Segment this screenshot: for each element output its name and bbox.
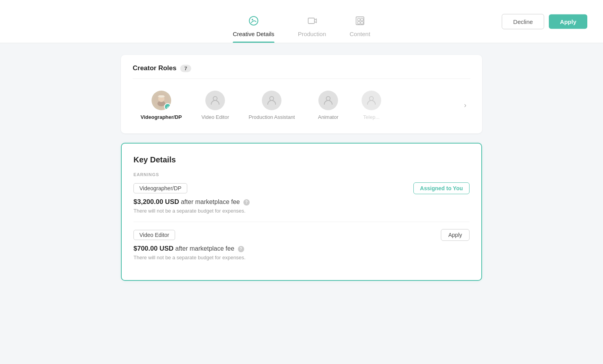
svg-rect-12 (159, 95, 164, 97)
role-item-video-editor[interactable]: Video Editor (190, 87, 241, 124)
creator-roles-title: Creator Roles (133, 64, 176, 72)
role-label-teleprompter: Telep... (363, 114, 380, 120)
earnings-amount-videographer: $3,200.00 USD after marketplace fee ? (133, 198, 470, 206)
role-label-production-assistant: Production Assistant (249, 114, 295, 120)
apply-top-button[interactable]: Apply (549, 14, 587, 29)
tab-creative-details[interactable]: Creative Details (233, 16, 274, 43)
expense-note-videographer: There will not be a separate budget for … (133, 208, 470, 214)
apply-video-editor-button[interactable]: Apply (441, 229, 470, 241)
svg-rect-2 (308, 18, 314, 24)
svg-point-16 (369, 96, 373, 100)
role-item-production-assistant[interactable]: Production Assistant (241, 87, 303, 124)
divider (133, 222, 470, 222)
top-bar: Creative Details Production (0, 0, 603, 43)
svg-point-1 (252, 19, 253, 20)
role-item-videographer[interactable]: ✓ Videographer/DP (133, 87, 190, 124)
assigned-check-badge: ✓ (164, 103, 171, 110)
svg-point-15 (326, 96, 330, 100)
key-details-card: Key Details EARNINGS Videographer/DP Ass… (121, 143, 482, 281)
role-tag-videographer: Videographer/DP (133, 183, 187, 193)
role-avatar-production-assistant (262, 91, 281, 110)
svg-rect-6 (358, 22, 360, 24)
main-content: Creator Roles 7 (113, 43, 490, 293)
role-avatar-animator (318, 91, 338, 110)
tab-content[interactable]: Content (350, 16, 371, 43)
role-avatar-teleprompter (362, 91, 381, 110)
creator-roles-header: Creator Roles 7 (133, 64, 470, 79)
tab-production[interactable]: Production (298, 16, 326, 43)
info-icon-videographer[interactable]: ? (243, 199, 250, 206)
earnings-row-video-editor: Video Editor Apply (133, 229, 470, 241)
svg-rect-5 (361, 18, 363, 21)
earnings-amount-video-editor: $700.00 USD after marketplace fee ? (133, 245, 470, 253)
production-icon (307, 16, 317, 27)
tab-content-label: Content (350, 31, 371, 37)
role-item-teleprompter[interactable]: Telep... (354, 87, 389, 124)
roles-row: ✓ Videographer/DP Video Editor (133, 87, 470, 124)
creative-details-icon (249, 16, 259, 27)
role-label-video-editor: Video Editor (201, 114, 229, 120)
tab-production-label: Production (298, 31, 326, 37)
role-tag-video-editor: Video Editor (133, 230, 175, 240)
svg-point-14 (270, 96, 274, 100)
tab-creative-details-label: Creative Details (233, 31, 274, 37)
content-icon (355, 16, 365, 27)
role-item-animator[interactable]: Animator (303, 87, 354, 124)
assigned-to-you-badge: Assigned to You (413, 182, 470, 194)
role-avatar-videographer: ✓ (152, 91, 171, 110)
tabs-container: Creative Details Production (233, 0, 370, 43)
creator-roles-card: Creator Roles 7 (121, 55, 482, 133)
earnings-label: EARNINGS (133, 172, 470, 177)
role-label-videographer: Videographer/DP (141, 114, 182, 120)
role-label-animator: Animator (318, 114, 338, 120)
top-actions: Decline Apply (502, 14, 587, 29)
roles-chevron-right[interactable]: › (464, 101, 470, 109)
role-avatar-video-editor (205, 91, 225, 110)
earnings-row-videographer: Videographer/DP Assigned to You (133, 182, 470, 194)
creator-roles-count: 7 (180, 65, 191, 72)
key-details-title: Key Details (133, 155, 470, 164)
svg-rect-7 (361, 22, 363, 24)
decline-button[interactable]: Decline (502, 14, 544, 29)
svg-rect-4 (358, 18, 360, 21)
expense-note-video-editor: There will not be a separate budget for … (133, 255, 470, 260)
info-icon-video-editor[interactable]: ? (238, 246, 244, 252)
svg-point-13 (213, 96, 217, 100)
